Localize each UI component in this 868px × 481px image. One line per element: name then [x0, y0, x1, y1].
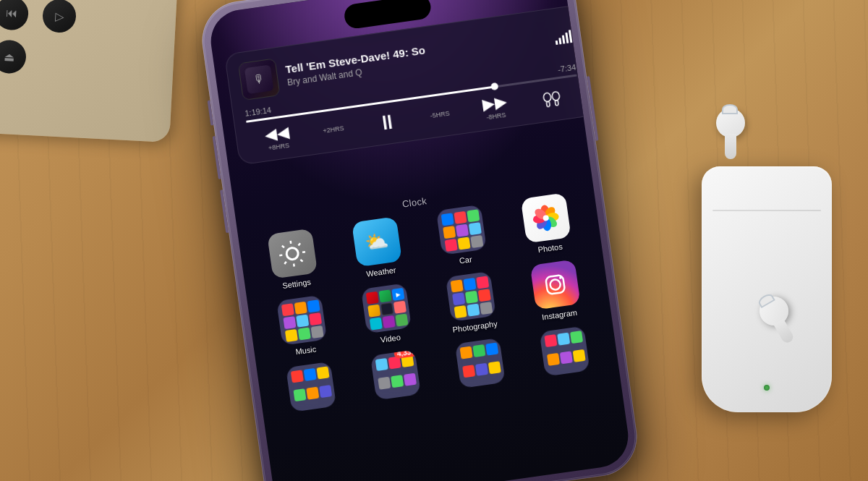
misc-folder-1-icon[interactable]: [286, 362, 336, 412]
music-folder[interactable]: Music: [262, 293, 343, 359]
misc-folder-1[interactable]: [271, 359, 351, 418]
misc-folder-4-icon[interactable]: [540, 326, 590, 377]
svg-point-23: [550, 279, 561, 291]
airpods-output-icon[interactable]: [539, 89, 564, 109]
phone-body: 🎙 Tell 'Em Steve-Dave! 49: So Bry and Wa…: [197, 0, 642, 481]
video-folder-icon[interactable]: ▶: [361, 283, 412, 333]
svg-line-11: [298, 243, 300, 245]
svg-line-7: [279, 255, 282, 256]
photos-app[interactable]: Photos: [506, 191, 587, 257]
skip-fwd-section: -5HRS: [430, 110, 450, 120]
photography-label: Photography: [452, 319, 498, 334]
settings-label: Settings: [281, 278, 311, 290]
settings-app[interactable]: Settings: [252, 226, 333, 293]
misc-folder-2-icon[interactable]: 4,336: [370, 349, 421, 400]
dynamic-island: [343, 0, 433, 30]
music-label: Music: [295, 344, 317, 356]
airpods-case: [702, 166, 832, 412]
settings-icon[interactable]: [267, 229, 318, 279]
keyboard-key-2[interactable]: ▷: [42, 0, 77, 33]
skip-back-section: +2HRS: [323, 124, 344, 135]
svg-rect-22: [545, 275, 565, 294]
instagram-label: Instagram: [541, 308, 577, 322]
forward-section: ▶▶ -8HRS: [481, 93, 509, 122]
svg-line-12: [284, 262, 286, 264]
instagram-icon[interactable]: [530, 259, 581, 310]
skip-back-label: +2HRS: [323, 124, 344, 135]
misc-folder-2[interactable]: 4,336: [356, 348, 435, 406]
now-playing-card: 🎙 Tell 'Em Steve-Dave! 49: So Bry and Wa…: [224, 4, 595, 166]
svg-rect-1: [546, 101, 550, 106]
svg-point-4: [286, 247, 299, 260]
skip-fwd-label: -5HRS: [430, 110, 450, 120]
photography-folder-icon[interactable]: [446, 271, 496, 322]
phone-screen: 🎙 Tell 'Em Steve-Dave! 49: So Bry and Wa…: [207, 0, 632, 481]
photography-folder[interactable]: Photography: [431, 269, 512, 336]
misc-folder-4[interactable]: [525, 324, 605, 383]
svg-point-2: [551, 91, 560, 101]
svg-line-6: [294, 264, 294, 267]
rewind-section: ◀◀ +8HRS: [263, 123, 292, 152]
misc-folder-3[interactable]: [441, 336, 520, 394]
svg-point-0: [543, 93, 552, 102]
signal-bars: [554, 28, 573, 45]
svg-line-8: [302, 252, 305, 252]
video-label: Video: [380, 333, 401, 344]
pause-button[interactable]: ⏸: [375, 108, 399, 135]
weather-app[interactable]: ⛅ Weather: [337, 214, 418, 281]
photos-label: Photos: [537, 242, 563, 255]
video-folder[interactable]: ▶ Video: [346, 281, 427, 348]
time-remaining: -7:34: [557, 63, 576, 74]
weather-label: Weather: [366, 265, 397, 278]
airpod-left: [716, 108, 752, 181]
instagram-app[interactable]: Instagram: [516, 257, 597, 324]
phone: 🎙 Tell 'Em Steve-Dave! 49: So Bry and Wa…: [197, 0, 642, 481]
keyboard: ⏮ ▷ ⏏: [0, 0, 178, 142]
svg-line-5: [291, 241, 292, 244]
car-label: Car: [459, 255, 472, 265]
photos-icon[interactable]: [521, 192, 571, 243]
home-screen: Clock: [236, 172, 632, 481]
svg-line-9: [282, 245, 284, 247]
weather-icon[interactable]: ⛅: [352, 216, 402, 267]
keyboard-key-1[interactable]: ⏮: [0, 0, 29, 31]
time-elapsed: 1:19:14: [244, 106, 272, 118]
car-folder[interactable]: Car: [422, 203, 503, 269]
forward-skip-label: -8HRS: [486, 111, 506, 122]
keyboard-key-3[interactable]: ⏏: [0, 39, 27, 74]
music-folder-icon[interactable]: [276, 295, 327, 346]
svg-line-10: [300, 260, 302, 262]
svg-rect-3: [555, 101, 558, 106]
podcast-thumbnail: 🎙: [238, 58, 281, 101]
progress-thumb: [490, 82, 498, 90]
misc-folder-3-icon[interactable]: [455, 338, 506, 388]
car-folder-icon[interactable]: [436, 205, 487, 255]
